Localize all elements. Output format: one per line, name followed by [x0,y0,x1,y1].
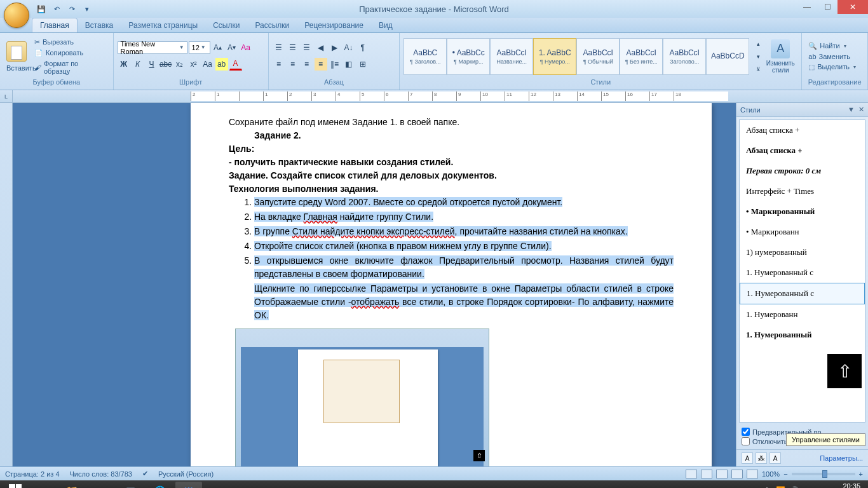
multilevel-button[interactable]: ☰ [301,41,313,54]
pane-dropdown-icon[interactable]: ▼ [848,105,855,114]
superscript-button[interactable]: x² [187,58,200,71]
taskbar-app2[interactable]: ▣ [117,482,144,488]
change-case-button[interactable]: Aa [201,58,214,71]
taskbar-word[interactable]: W [175,482,202,488]
manage-styles-button[interactable]: A [770,452,781,464]
style-gallery-item[interactable]: AaBbCcIНазвание... [490,38,533,75]
style-gallery-item[interactable]: AaBbCcD [706,38,749,75]
copy-button[interactable]: 📄Копировать [32,48,109,58]
redo-icon[interactable]: ↷ [66,3,78,15]
tab-mailings[interactable]: Рассылки [247,18,297,32]
style-list-item[interactable]: 1. Нумерованный [740,325,865,345]
office-button[interactable] [4,3,29,28]
style-list-item[interactable]: Абзац списка + [740,120,865,140]
tab-selector[interactable]: L [0,90,13,103]
decrease-indent-button[interactable]: ◀ [315,41,327,54]
tab-home[interactable]: Главная [32,18,78,32]
grow-font-button[interactable]: A▴ [212,41,224,54]
print-layout-view[interactable] [686,470,697,478]
taskbar-ie[interactable]: e [29,482,56,488]
new-style-button[interactable]: A [742,452,753,464]
taskbar-explorer[interactable]: 📁 [58,482,85,488]
tab-page-layout[interactable]: Разметка страницы [121,18,205,32]
taskbar-app1[interactable]: ● [88,482,114,488]
align-left-button[interactable]: ≡ [273,58,285,71]
maximize-button[interactable]: ☐ [817,0,837,14]
shrink-font-button[interactable]: A▾ [226,41,238,54]
pane-close-icon[interactable]: ✕ [858,105,864,114]
spell-check-icon[interactable]: ✔ [142,470,148,478]
zoom-in-button[interactable]: + [859,470,863,478]
styles-gallery[interactable]: AaBbC¶ Заголов...• AaBbCc¶ Маркир...AaBb… [403,38,749,75]
web-layout-view[interactable] [716,470,728,478]
zoom-out-button[interactable]: − [783,470,787,478]
paste-button[interactable]: Вставить [4,39,29,74]
draft-view[interactable] [747,470,758,478]
increase-indent-button[interactable]: ▶ [329,41,341,54]
close-button[interactable]: ✕ [837,0,868,14]
zoom-level[interactable]: 100% [762,470,780,478]
clear-format-button[interactable]: Aa [240,41,252,54]
page-status[interactable]: Страница: 2 из 4 [5,470,60,478]
tab-review[interactable]: Рецензирование [297,18,371,32]
start-button[interactable] [3,482,28,488]
tab-insert[interactable]: Вставка [78,18,121,32]
home-overlay-icon[interactable]: ⇧ [827,354,862,388]
style-gallery-item[interactable]: AaBbC¶ Заголов... [403,38,447,75]
style-list-item[interactable]: • Маркированн [740,222,865,242]
tab-references[interactable]: Ссылки [205,18,247,32]
change-styles-button[interactable]: A Изменить стили [763,39,797,74]
align-right-button[interactable]: ≡ [301,58,313,71]
style-list-item[interactable]: 1. Нумерованный с [740,262,865,283]
highlight-button[interactable]: ab [215,58,228,71]
full-screen-view[interactable] [701,470,712,478]
undo-icon[interactable]: ↶ [51,3,62,15]
styles-pane-header[interactable]: Стили ▼✕ [736,103,868,117]
bullets-button[interactable]: ☰ [273,41,285,54]
style-gallery-item[interactable]: 1. AaBbC¶ Нумеро... [533,38,576,75]
borders-button[interactable]: ⊞ [356,58,369,71]
shading-button[interactable]: ◧ [342,58,355,71]
gallery-down-button[interactable]: ▾ [752,51,764,62]
style-list-item[interactable]: 1. Нумерованн [740,304,865,325]
select-button[interactable]: ⬚Выделить▾ [806,62,858,72]
word-count[interactable]: Число слов: 83/783 [70,470,132,478]
replace-button[interactable]: abЗаменить [806,52,858,61]
find-button[interactable]: 🔍Найти▾ [806,41,858,51]
document-area[interactable]: Сохраните файл под именем Задание 1. в с… [13,103,736,466]
strikethrough-button[interactable]: abc [159,58,172,71]
outline-view[interactable] [731,470,743,478]
zoom-slider[interactable] [792,473,855,475]
params-link[interactable]: Параметры... [820,454,863,462]
save-icon[interactable]: 💾 [36,3,47,15]
font-size-combo[interactable]: 12▼ [189,41,210,54]
underline-button[interactable]: Ч [146,58,158,71]
style-gallery-item[interactable]: AaBbCcIЗаголово... [663,38,706,75]
style-list-item[interactable]: Абзац списка + [740,140,865,161]
style-list-item[interactable]: Первая строка: 0 см [740,161,865,181]
style-list-item[interactable]: • Маркированный [740,201,865,222]
tab-view[interactable]: Вид [371,18,400,32]
minimize-button[interactable]: — [797,0,817,14]
sort-button[interactable]: A↓ [342,41,355,54]
tray-clock[interactable]: 20:35 14.10.2015 [825,482,860,488]
style-list-item[interactable]: Интерфейс + Times [740,181,865,201]
document-page[interactable]: Сохраните файл под именем Задание 1. в с… [191,103,712,466]
show-marks-button[interactable]: ¶ [356,41,369,54]
subscript-button[interactable]: x₂ [173,58,186,71]
format-painter-button[interactable]: 🖌Формат по образцу [32,59,109,76]
taskbar-chrome[interactable]: 🌐 [146,482,173,488]
line-spacing-button[interactable]: ‖≡ [329,58,341,71]
font-color-button[interactable]: A [229,58,242,71]
align-center-button[interactable]: ≡ [287,58,299,71]
style-gallery-item[interactable]: • AaBbCc¶ Маркир... [447,38,490,75]
font-name-combo[interactable]: Times New Roman▼ [118,41,187,54]
style-list-item[interactable]: 1. Нумерованный с [740,283,865,304]
horizontal-ruler[interactable]: 21123456789101112131415161718 [191,92,728,101]
style-inspector-button[interactable]: ⁂ [756,452,767,464]
justify-button[interactable]: ≡ [315,58,327,71]
qat-customize-icon[interactable]: ▾ [81,3,93,15]
numbering-button[interactable]: ☰ [287,41,299,54]
bold-button[interactable]: Ж [118,58,130,71]
language-status[interactable]: Русский (Россия) [158,470,214,478]
